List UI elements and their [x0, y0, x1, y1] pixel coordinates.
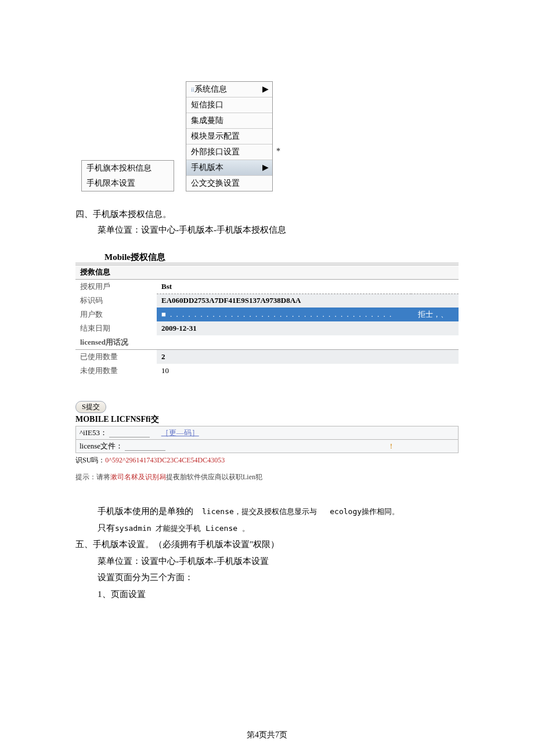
page-footer: 第4页共7页 [75, 730, 459, 740]
menu-block: 手机旗本投枳信息 手机限本设置 iī系统信息 ▶ 短信接口 集成蔓陆 模块显示配… [81, 81, 459, 191]
auth-enddate-value: 2009-12-31 [157, 321, 459, 335]
menu-external-interface[interactable]: 外部接口设置 * [186, 144, 272, 160]
auth-usercount-dots: ■ . . . . . . . . . . . . . . . . . . . … [157, 308, 411, 321]
section4-title: 四、手机版本授权信息。 [75, 209, 459, 220]
license-code-input[interactable] [109, 429, 150, 437]
table-row: license文件： ! [76, 440, 459, 453]
auth-user-value: Bst [157, 280, 459, 294]
auth-unused-label: 未使用数量 [75, 364, 157, 378]
license-change-code-link[interactable]: ［更—码］ [161, 428, 199, 437]
menu-sysinfo[interactable]: iī系统信息 ▶ [186, 82, 272, 97]
section5-title: 五、手机版本设置。（必须拥有手机版本设置"权限） [75, 536, 459, 553]
identifier-code: 0^592^296141743DC23C4CE54DC43053 [105, 456, 225, 464]
table-row: 已使用数量 2 [75, 350, 459, 364]
menu-mobile-version[interactable]: 手机版本 ▶ [186, 160, 272, 176]
auth-info-table: 授救信息 授权用戶 Bst 标识码 EA060DD2753A7DF41E9S13… [75, 265, 459, 378]
table-row: licensed用话况 [75, 335, 459, 350]
auth-used-label: 已使用数量 [75, 350, 157, 364]
auth-header: 授救信息 [75, 265, 459, 280]
table-row: 未使用数量 10 [75, 364, 459, 378]
menu-label: 模块显示配置 [191, 132, 240, 140]
section5-path: 菜单位置：设置中心-手机版本-手机版本设置 [98, 553, 459, 570]
body-paragraphs: 手机版本使用的是单独的 license，提交及授权信息显示与 ecology操作… [98, 503, 459, 602]
auth-enddate-label: 结束日期 [75, 321, 157, 335]
license-table: ^iIE53： ［更—码］ license文件： ! [75, 426, 459, 453]
table-row: ^iIE53： ［更—码］ [76, 426, 459, 440]
license-file-label: license文件： [80, 442, 123, 450]
auth-id-value: EA060DD2753A7DF41E9S137A9738D8AA [157, 294, 459, 308]
auth-usercount-label: 用户数 [75, 308, 157, 321]
table-row: 结束日期 2009-12-31 [75, 321, 459, 335]
license-row1-label: ^iIE53： [80, 428, 107, 437]
hint-line: 提示：请将漱司名秫及识别舄提夜胎软件供应商以获职Lien犯 [75, 472, 459, 482]
license-file-input[interactable] [125, 442, 165, 451]
arrow-right-icon: ▶ [262, 162, 269, 172]
identifier-prefix: 识SU吗： [75, 456, 105, 464]
menu-module-display[interactable]: 模块显示配置 [186, 129, 272, 144]
menu-label: 集成蔓陆 [191, 116, 223, 125]
menu-doc-exchange[interactable]: 公文交换设置 [186, 176, 272, 191]
menu-label: 公文交换设置 [191, 179, 240, 187]
star-icon: * [276, 147, 280, 156]
auth-unused-value: 10 [157, 364, 459, 378]
auth-licensed-label: licensed用话况 [75, 335, 459, 350]
auth-reject[interactable]: 拒士，、 [411, 308, 459, 321]
arrow-right-icon: ▶ [262, 84, 269, 94]
auth-user-label: 授权用戶 [75, 280, 157, 294]
submenu-item-auth[interactable]: 手机旗本投枳信息 [82, 161, 174, 176]
menu-label: 外部接口设置 [191, 147, 240, 156]
table-row: 授权用戶 Bst [75, 280, 459, 294]
auth-info-title: Mobile授权信息 [104, 252, 459, 263]
warning-icon: ! [390, 442, 392, 450]
menu-label: 系统信息 [194, 85, 227, 93]
main-menu: iī系统信息 ▶ 短信接口 集成蔓陆 模块显示配置 外部接口设置 * 手机版本 … [186, 81, 273, 191]
menu-sms[interactable]: 短信接口 [186, 97, 272, 113]
license-submit-title: MOBILE LICFNSFfi交 [75, 414, 459, 425]
auth-id-label: 标识码 [75, 294, 157, 308]
submenu-item-settings[interactable]: 手机限本设置 [82, 176, 174, 191]
table-row: 标识码 EA060DD2753A7DF41E9S137A9738D8AA [75, 294, 459, 308]
submit-button[interactable]: S提交 [75, 401, 106, 413]
auth-used-value: 2 [157, 350, 459, 364]
menu-label: 手机版本 [191, 163, 223, 172]
table-row-usercount: 用户数 ■ . . . . . . . . . . . . . . . . . … [75, 308, 459, 321]
identifier-line: 识SU吗：0^592^296141743DC23C4CE54DC43053 [75, 455, 459, 465]
menu-label: 短信接口 [191, 100, 223, 109]
section4-path: 菜单位置：设置中心-手机版本-手机版本授权信息 [98, 225, 459, 236]
sub-menu: 手机旗本投枳信息 手机限本设置 [81, 160, 174, 191]
menu-integration[interactable]: 集成蔓陆 [186, 113, 272, 129]
